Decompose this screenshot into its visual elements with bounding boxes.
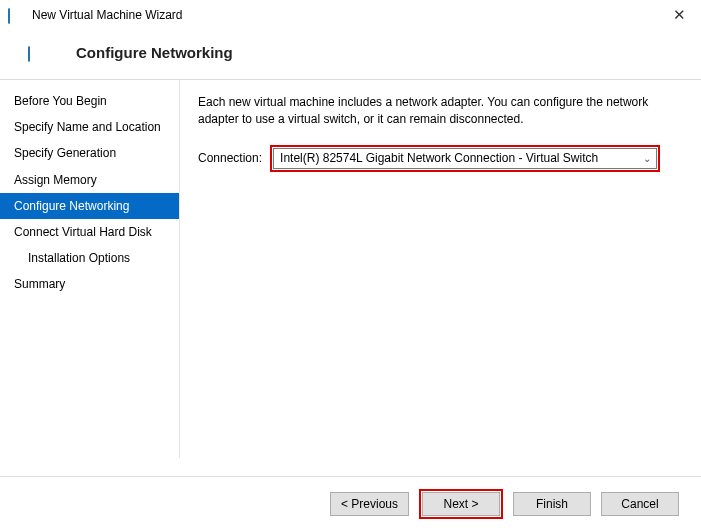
connection-selected-value: Intel(R) 82574L Gigabit Network Connecti… [280, 151, 598, 165]
button-label: Next > [443, 497, 478, 511]
button-label: Finish [536, 497, 568, 511]
wizard-body: Before You Begin Specify Name and Locati… [0, 80, 701, 458]
step-configure-networking[interactable]: Configure Networking [0, 193, 179, 219]
finish-button-wrap: Finish [513, 492, 591, 516]
wizard-footer: < Previous Next > Finish Cancel [0, 476, 701, 530]
step-specify-generation[interactable]: Specify Generation [0, 140, 179, 166]
wizard-header: Configure Networking [0, 30, 701, 79]
close-button[interactable]: ✕ [657, 0, 701, 30]
step-label: Specify Generation [14, 146, 116, 160]
wizard-header-icon [28, 47, 44, 59]
connection-highlight: Intel(R) 82574L Gigabit Network Connecti… [270, 145, 660, 172]
app-icon [8, 9, 24, 21]
step-specify-name-location[interactable]: Specify Name and Location [0, 114, 179, 140]
step-before-you-begin[interactable]: Before You Begin [0, 88, 179, 114]
wizard-steps-sidebar: Before You Begin Specify Name and Locati… [0, 80, 180, 458]
cancel-button-wrap: Cancel [601, 492, 679, 516]
button-label: Cancel [621, 497, 658, 511]
connection-label: Connection: [198, 151, 262, 165]
button-label: < Previous [341, 497, 398, 511]
window-title: New Virtual Machine Wizard [32, 8, 657, 22]
connection-dropdown[interactable]: Intel(R) 82574L Gigabit Network Connecti… [273, 148, 657, 169]
titlebar: New Virtual Machine Wizard ✕ [0, 0, 701, 30]
previous-button[interactable]: < Previous [330, 492, 409, 516]
description-text: Each new virtual machine includes a netw… [198, 94, 679, 129]
step-label: Summary [14, 277, 65, 291]
step-label: Configure Networking [14, 199, 129, 213]
step-label: Connect Virtual Hard Disk [14, 225, 152, 239]
next-button[interactable]: Next > [422, 492, 500, 516]
next-button-highlight: Next > [419, 489, 503, 519]
chevron-down-icon: ⌄ [643, 153, 651, 164]
wizard-window: New Virtual Machine Wizard ✕ Configure N… [0, 0, 701, 530]
close-icon: ✕ [673, 6, 686, 24]
finish-button[interactable]: Finish [513, 492, 591, 516]
cancel-button[interactable]: Cancel [601, 492, 679, 516]
wizard-main-panel: Each new virtual machine includes a netw… [180, 80, 701, 458]
step-assign-memory[interactable]: Assign Memory [0, 167, 179, 193]
step-summary[interactable]: Summary [0, 271, 179, 297]
step-label: Specify Name and Location [14, 120, 161, 134]
step-label: Assign Memory [14, 173, 97, 187]
page-title: Configure Networking [76, 44, 233, 61]
step-label: Before You Begin [14, 94, 107, 108]
step-connect-virtual-hard-disk[interactable]: Connect Virtual Hard Disk [0, 219, 179, 245]
step-label: Installation Options [28, 251, 130, 265]
previous-button-wrap: < Previous [330, 492, 409, 516]
connection-row: Connection: Intel(R) 82574L Gigabit Netw… [198, 145, 679, 172]
step-installation-options[interactable]: Installation Options [0, 245, 179, 271]
